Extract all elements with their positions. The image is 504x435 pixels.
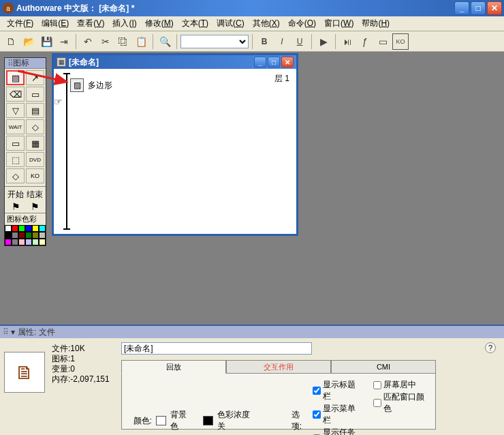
color-swatch[interactable] xyxy=(18,239,25,245)
color-swatch[interactable] xyxy=(32,232,39,239)
filename-input[interactable] xyxy=(121,342,312,355)
file-info: 文件:10K 图标:1 变量:0 内存:-2,097,151 xyxy=(52,342,117,431)
display-icon-tool[interactable]: ▨ xyxy=(6,70,25,85)
variables-button[interactable]: ▭ xyxy=(375,33,391,50)
save-all-button[interactable]: 💾 xyxy=(38,33,54,50)
color-label: 颜色: xyxy=(129,415,152,427)
menu-x[interactable]: 其他(X) xyxy=(249,16,284,31)
checkbox-label: 显示菜单栏 xyxy=(323,403,360,426)
palette-title[interactable]: ⠿ 图标 xyxy=(5,58,46,69)
color-swatch[interactable] xyxy=(12,232,18,239)
knowledge-object-tool[interactable]: KO xyxy=(26,168,44,183)
checkbox-option[interactable]: 匹配窗口颜色 xyxy=(373,391,428,415)
sound-icon-tool[interactable]: DVD xyxy=(26,152,44,167)
depth-color-swatch[interactable] xyxy=(203,416,213,425)
menu-m[interactable]: 修改(M) xyxy=(141,16,178,31)
paste-hand-icon[interactable]: ☞ xyxy=(54,96,63,107)
menu-t[interactable]: 文本(T) xyxy=(178,16,212,31)
color-swatch[interactable] xyxy=(25,225,32,232)
navigate-icon-tool[interactable]: ▽ xyxy=(6,103,25,118)
checkbox[interactable] xyxy=(313,387,321,395)
color-swatch[interactable] xyxy=(39,232,46,239)
minimize-button[interactable]: _ xyxy=(454,1,469,15)
color-swatch[interactable] xyxy=(32,225,39,232)
tab-0[interactable]: 回放 xyxy=(121,360,226,374)
menu-i[interactable]: 插入(I) xyxy=(108,16,140,31)
cut-button[interactable]: ✂ xyxy=(97,33,114,50)
end-flag[interactable]: 结束 ⚑ xyxy=(27,189,43,212)
decision-icon-tool[interactable]: WAIT xyxy=(6,119,25,134)
properties-body: 🗎 文件:10K 图标:1 变量:0 内存:-2,097,151 ? 回放交互作… xyxy=(0,338,504,435)
color-swatch[interactable] xyxy=(25,239,32,245)
video-icon-tool[interactable]: ◇ xyxy=(6,168,25,183)
paste-button[interactable]: 📋 xyxy=(133,33,149,50)
knowledge-button[interactable]: KO xyxy=(392,33,409,50)
color-swatch[interactable] xyxy=(12,239,18,245)
color-swatch[interactable] xyxy=(18,232,25,239)
color-swatch[interactable] xyxy=(5,232,12,239)
menu-c[interactable]: 调试(C) xyxy=(212,16,249,31)
color-swatch[interactable] xyxy=(5,225,12,232)
flowline-maximize-button[interactable]: □ xyxy=(268,57,280,68)
import-button[interactable]: ⇥ xyxy=(56,33,72,50)
start-flag[interactable]: 开始 ⚑ xyxy=(7,189,24,212)
framework-icon-tool[interactable]: ▤ xyxy=(26,103,44,118)
flowline-close-button[interactable]: ✕ xyxy=(281,57,294,68)
flowline-canvas[interactable]: ☞ ▨ 多边形 层 1 xyxy=(54,69,296,234)
bg-color-swatch[interactable] xyxy=(156,416,166,425)
wait-icon-tool[interactable]: ▭ xyxy=(26,87,44,102)
functions-button[interactable]: ƒ xyxy=(357,33,373,50)
checkbox[interactable] xyxy=(373,399,381,407)
copy-button[interactable]: ⿻ xyxy=(115,33,131,50)
new-button[interactable]: 🗋 xyxy=(3,33,19,50)
digital-movie-tool[interactable]: ⬚ xyxy=(6,152,25,167)
erase-icon-tool[interactable]: ⌫ xyxy=(6,87,25,102)
color-swatch[interactable] xyxy=(39,239,46,245)
flowline-window-icon: ▦ xyxy=(57,57,66,67)
close-button[interactable]: ✕ xyxy=(487,1,502,15)
motion-icon-tool[interactable]: ↗ xyxy=(26,70,44,85)
flowline-minimize-button[interactable]: _ xyxy=(254,57,266,68)
icon-label[interactable]: 多边形 xyxy=(88,80,112,91)
color-swatch[interactable] xyxy=(5,239,12,245)
menu-v[interactable]: 查看(V) xyxy=(73,16,108,31)
display-icon-instance[interactable]: ▨ xyxy=(70,78,84,92)
maximize-button[interactable]: □ xyxy=(471,1,486,15)
checkbox-option[interactable]: 显示任务栏 xyxy=(313,427,360,435)
flowline-titlebar[interactable]: ▦ [未命名] _ □ ✕ xyxy=(54,55,296,69)
checkbox[interactable] xyxy=(373,381,381,389)
open-button[interactable]: 📂 xyxy=(20,33,37,50)
menu-w[interactable]: 窗口(W) xyxy=(320,16,358,31)
collapse-arrow-icon[interactable]: ▾ xyxy=(11,327,15,337)
menu-h[interactable]: 帮助(H) xyxy=(358,16,394,31)
checkbox-option[interactable]: 显示菜单栏 xyxy=(313,403,360,426)
tab-1[interactable]: 交互作用 xyxy=(226,360,331,374)
find-button[interactable]: 🔍 xyxy=(157,33,173,50)
menu-f[interactable]: 文件(F) xyxy=(3,16,37,31)
calculation-icon-tool[interactable]: ▭ xyxy=(6,136,25,151)
color-swatch[interactable] xyxy=(39,225,46,232)
run-button[interactable]: ▶ xyxy=(315,33,332,50)
color-swatch[interactable] xyxy=(12,225,18,232)
map-icon-tool[interactable]: ▦ xyxy=(26,136,44,151)
help-button[interactable]: ? xyxy=(485,342,496,353)
flags: 开始 ⚑ 结束 ⚑ xyxy=(5,188,46,213)
properties-titlebar[interactable]: ⠿ ▾ 属性: 文件 xyxy=(0,326,504,338)
checkbox[interactable] xyxy=(313,410,321,419)
checkbox-option[interactable]: 显示标题栏 xyxy=(313,379,360,402)
control-panel-button[interactable]: ⏯ xyxy=(339,33,356,50)
checkbox-label: 屏幕居中 xyxy=(383,379,416,391)
interaction-icon-tool[interactable]: ◇ xyxy=(26,119,44,134)
color-swatch[interactable] xyxy=(32,239,39,245)
checkbox-option[interactable]: 屏幕居中 xyxy=(373,379,428,391)
color-swatch[interactable] xyxy=(18,225,25,232)
menu-o[interactable]: 命令(O) xyxy=(284,16,320,31)
tab-2[interactable]: CMI xyxy=(331,360,436,374)
font-select[interactable] xyxy=(180,35,249,48)
bold-button[interactable]: B xyxy=(256,33,272,50)
underline-button[interactable]: U xyxy=(292,33,308,50)
italic-button[interactable]: I xyxy=(274,33,290,50)
menu-e[interactable]: 编辑(E) xyxy=(37,16,73,31)
undo-button[interactable]: ↶ xyxy=(80,33,96,50)
color-swatch[interactable] xyxy=(25,232,32,239)
